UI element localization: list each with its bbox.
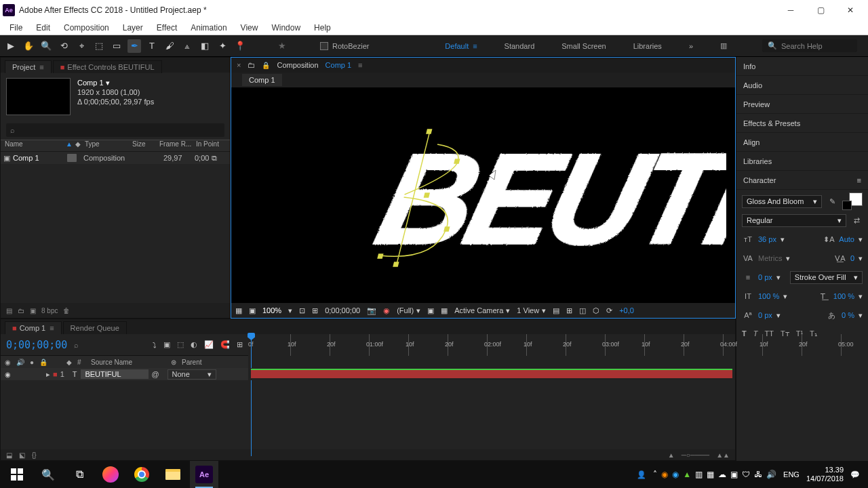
timeline-layer-row[interactable]: ◉ ▸ ■ 1 T BEUTIFUL @ None▾ [1,368,735,380]
snapshot-icon[interactable]: 📷 [367,306,376,315]
tray-cloud-icon[interactable]: ☁ [718,470,726,479]
label-color-icon[interactable] [67,154,77,162]
new-folder-icon[interactable]: 🗀 [18,307,24,314]
viewer-comp-link[interactable]: Comp 1 [326,61,352,69]
interpret-icon[interactable]: ▤ [6,307,12,314]
viewer-folder-icon[interactable]: 🗀 [248,61,255,69]
hdr-inpoint[interactable]: In Point [196,140,219,151]
layer-label-icon[interactable]: ■ [53,370,58,378]
col-label-icon[interactable]: ◆ [66,359,72,366]
zoom-in-icon[interactable]: ▲▲ [716,451,730,459]
swap-colors-icon[interactable]: ⇄ [850,216,863,225]
col-audio-icon[interactable]: 🔊 [16,359,24,366]
shy-icon[interactable]: ⤵ [153,341,157,349]
col-parent[interactable]: Parent [182,359,222,366]
workspace-overflow-icon[interactable]: » [689,42,693,50]
resolution-select[interactable]: (Full)▾ [397,306,420,315]
zoom-tool-icon[interactable]: 🔍 [39,39,53,53]
tray-app2-icon[interactable]: ◉ [672,470,679,479]
menu-file[interactable]: File [3,22,29,34]
transparency-icon[interactable]: ▣ [249,306,256,315]
view-select[interactable]: 1 View▾ [517,306,546,315]
tracking-value[interactable]: 0 [850,254,854,262]
current-timecode[interactable]: 0;00;00;00 [6,339,67,351]
workspace-libraries[interactable]: Libraries [633,42,662,50]
viewer-menu-icon[interactable]: ≡ [358,61,362,69]
font-size-value[interactable]: 36 px [758,235,776,243]
menu-animation[interactable]: Animation [184,22,233,34]
snap-icon[interactable]: 🧲 [220,340,230,349]
col-eye-icon[interactable]: ◉ [5,359,11,366]
hdr-name[interactable]: Name [5,140,66,151]
panel-menu-icon[interactable]: ≡ [857,176,861,184]
selection-tool-icon[interactable]: ▶ [4,39,18,53]
3d-draft-icon[interactable]: ▦ [441,306,448,315]
trash-icon[interactable]: 🗑 [63,307,70,314]
new-comp-icon[interactable]: ▣ [30,307,36,314]
mask-icon[interactable]: ◫ [579,306,586,315]
brush-tool-icon[interactable]: 🖌 [163,39,176,53]
task-view-icon[interactable]: ⧉ [65,461,94,488]
panel-info[interactable]: Info [736,57,868,76]
pen-tool-icon[interactable]: ✒ [127,39,141,53]
tray-app5-icon[interactable]: ▦ [707,470,714,479]
taskbar-clock[interactable]: 13.3914/07/2018 [806,466,844,483]
tab-effect-controls[interactable]: ■Effect Controls BEUTIFUL [53,60,162,73]
search-help-input[interactable]: 🔍 Search Help [762,39,857,52]
close-button[interactable]: ✕ [835,0,865,20]
hdr-sort-icon[interactable]: ▲ [66,140,75,151]
layer-visibility-icon[interactable]: ◉ [5,371,11,378]
font-family-select[interactable]: Gloss And Bloom▾ [742,195,822,208]
pickwhip-icon[interactable]: @ [151,370,159,378]
stroke-width-value[interactable]: 0 px [758,273,772,281]
comp-thumbnail[interactable] [6,78,71,115]
taskbar-chrome[interactable] [127,461,156,488]
rotobezier-option[interactable]: RotoBezier [320,42,369,50]
fill-star-icon[interactable]: ★ [275,39,289,53]
col-lock-icon[interactable]: 🔒 [39,359,47,366]
timeline-search-icon[interactable]: ⌕ [74,341,79,349]
timeline-tab-comp[interactable]: ■Comp 1≡ [5,321,62,334]
stroke-color-swatch[interactable] [842,201,852,210]
viewer-subtab[interactable]: Comp 1 [242,74,282,86]
playhead[interactable] [251,334,252,456]
framemix-icon[interactable]: ⬚ [177,340,184,349]
type-tool-icon[interactable]: T [145,39,159,53]
item-flowchart-icon[interactable]: ⧉ [212,154,217,163]
tray-app6-icon[interactable]: ▣ [730,470,738,479]
kerning-value[interactable]: Metrics [758,254,782,262]
workspace-panel-icon[interactable]: ▥ [720,41,727,50]
font-weight-select[interactable]: Regular▾ [742,214,846,227]
toggle-modes-icon[interactable]: ⬕ [19,451,25,459]
project-search-input[interactable]: ⌕ [6,123,224,137]
menu-composition[interactable]: Composition [57,22,116,34]
exposure-value[interactable]: +0,0 [619,306,634,314]
layer-parent-select[interactable]: None▾ [167,369,216,380]
tsume-value[interactable]: 0 % [842,311,854,319]
italic-button[interactable]: T [753,329,758,338]
layer-twirl-icon[interactable]: ▸ [46,370,50,379]
panel-align[interactable]: Align [736,133,868,152]
timeline-tab-render-queue[interactable]: Render Queue [63,321,127,334]
panel-preview[interactable]: Preview [736,95,868,114]
camera-select[interactable]: Active Camera▾ [454,306,510,315]
tray-defender-icon[interactable]: 🛡 [742,470,750,479]
zoom-dropdown-icon[interactable]: ▾ [288,306,292,315]
clone-tool-icon[interactable]: ⟁ [180,39,194,53]
toggle-in-out-icon[interactable]: {} [32,451,37,459]
aspect-icon[interactable]: ⊡ [299,306,305,315]
rotobezier-checkbox[interactable] [320,42,328,50]
lock-icon[interactable]: 🔒 [262,62,270,69]
panel-libraries[interactable]: Libraries [736,152,868,171]
adj-icon[interactable]: ⊞ [237,340,243,349]
close-viewer-icon[interactable]: × [237,61,241,69]
hdr-label-icon[interactable]: ◆ [75,140,85,151]
roto-tool-icon[interactable]: ✦ [216,39,229,53]
col-solo-icon[interactable]: ● [30,359,34,366]
refresh-icon[interactable]: ⟳ [606,306,612,315]
guides-icon[interactable]: ⊞ [566,306,572,315]
toggle-switches-icon[interactable]: ⬓ [6,451,12,459]
people-icon[interactable]: 👤 [637,470,646,479]
time-display[interactable]: 0;00;00;00 [325,306,360,314]
tray-app4-icon[interactable]: ▥ [695,470,703,479]
